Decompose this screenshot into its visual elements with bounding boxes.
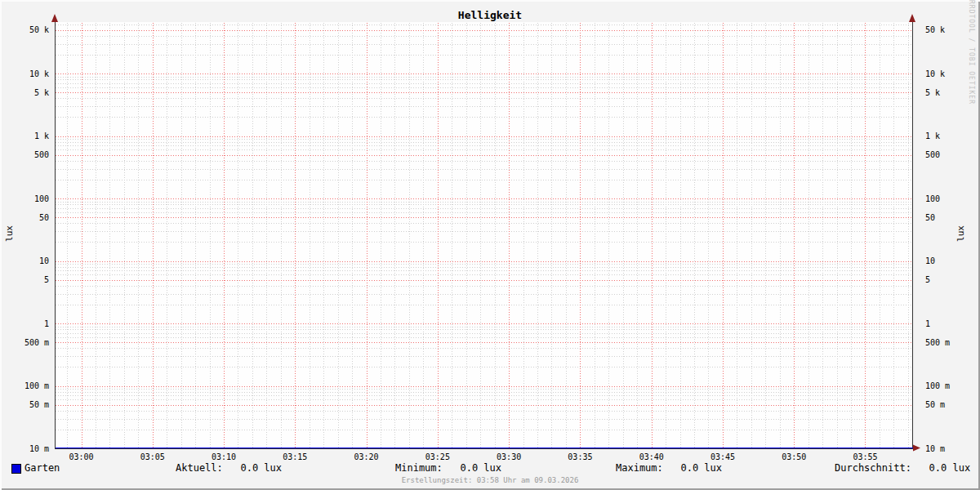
y-tick-label-right: 500 (925, 150, 940, 159)
creation-time-footer: Erstellungszeit: 03:58 Uhr am 09.03.2026 (402, 476, 579, 484)
y-tick-label-right: 100 (925, 194, 940, 203)
y-tick-label-left: 5 k (34, 88, 49, 97)
x-tick-label: 03:40 (639, 452, 664, 461)
y-tick-label-right: 50 k (925, 25, 945, 34)
y-tick-label-right: 100 m (925, 381, 950, 390)
stat-maximum: Maximum: 0.0 lux (616, 462, 722, 474)
y-axis-label-left: lux (4, 225, 15, 242)
y-tick-label-left: 10 (39, 256, 49, 265)
x-tick-label: 03:30 (497, 452, 521, 461)
y-tick-label-left: 500 m (24, 338, 49, 347)
x-tick-label: 03:50 (782, 452, 806, 461)
stat-durchschnitt: Durchschnitt: 0.0 lux (835, 462, 970, 474)
y-tick-label-left: 1 (44, 319, 49, 328)
y-tick-label-left: 5 (44, 275, 49, 284)
x-tick-label: 03:20 (354, 452, 379, 461)
legend-swatch-garten (11, 464, 21, 474)
y-tick-label-left: 100 (34, 194, 49, 203)
plot-background (55, 22, 912, 448)
y-tick-label-left: 1 k (34, 131, 49, 140)
y-tick-label-right: 1 (925, 319, 930, 328)
y-tick-label-left: 50 (39, 213, 49, 222)
y-tick-label-right: 10 k (925, 69, 945, 78)
y-tick-label-left: 10 k (29, 69, 49, 78)
y-tick-label-right: 5 (925, 275, 930, 284)
legend-label-garten: Garten (24, 462, 60, 474)
y-tick-label-right: 50 m (925, 400, 945, 409)
y-tick-label-right: 50 (925, 213, 935, 222)
x-tick-label: 03:45 (710, 452, 735, 461)
stat-minimum: Minimum: 0.0 lux (395, 462, 501, 474)
rrdtool-watermark: RRDTOOL / TOBI OETIKER (968, 0, 975, 105)
x-tick-label: 03:35 (568, 452, 592, 461)
y-axis-label-right: lux (956, 225, 966, 242)
y-tick-label-right: 5 k (925, 88, 940, 97)
x-tick-label: 03:55 (853, 452, 877, 461)
x-tick-label: 03:15 (283, 452, 307, 461)
rrdtool-graph-window: Helligkeit 50 k50 k10 k10 k5 k5 k1 k1 k5… (0, 0, 980, 490)
y-tick-label-right: 500 m (925, 338, 950, 347)
x-tick-label: 03:05 (140, 452, 165, 461)
y-tick-label-left: 500 (34, 150, 49, 159)
stat-aktuell: Aktuell: 0.0 lux (176, 462, 282, 474)
y-tick-label-left: 50 k (29, 25, 49, 34)
x-tick-label: 03:25 (425, 452, 450, 461)
y-tick-label-right: 10 (925, 256, 935, 265)
y-tick-label-left: 50 m (29, 400, 49, 409)
y-tick-label-right: 10 m (925, 444, 945, 453)
y-tick-label-left: 10 m (29, 444, 49, 453)
x-tick-label: 03:10 (212, 452, 236, 461)
y-tick-label-right: 1 k (925, 131, 940, 140)
chart-canvas: 50 k50 k10 k10 k5 k5 k1 k1 k500500100100… (0, 0, 980, 490)
y-tick-label-left: 100 m (24, 381, 49, 390)
x-tick-label: 03:00 (69, 452, 93, 461)
